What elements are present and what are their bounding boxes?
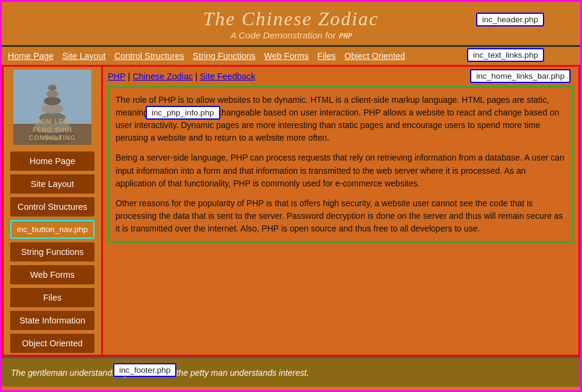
breadcrumb-site-feedback[interactable]: Site Feedback — [200, 72, 255, 81]
svg-point-5 — [42, 104, 63, 114]
breadcrumb-bar: PHP | Chinese Zodiac | Site Feedback inc… — [108, 72, 574, 81]
inc-home-links-bar-label: inc_home_links_bar.php — [470, 69, 571, 83]
sidebar-item-home-page[interactable]: Home Page — [10, 152, 94, 171]
main-layout: TOM LEE TOM LEEFENG SHUICONSULTING Home … — [2, 65, 580, 357]
header: The Chinese Zodiac A Code Demonstration … — [2, 2, 580, 47]
paragraph-3: Other reasons for the popularity of PHP … — [116, 197, 566, 235]
sidebar-item-site-layout[interactable]: Site Layout — [10, 174, 94, 194]
nav-string-functions[interactable]: String Functions — [193, 51, 255, 61]
sidebar-item-web-forms[interactable]: Web Forms — [10, 265, 94, 284]
sidebar-item-object-oriented[interactable]: Object Oriented — [10, 334, 94, 353]
nav-bar: Home Page Site Layout Control Structures… — [2, 47, 580, 65]
nav-home-page[interactable]: Home Page — [8, 51, 54, 61]
nav-object-oriented[interactable]: Object Oriented — [344, 51, 405, 61]
svg-point-7 — [46, 90, 58, 97]
svg-point-6 — [44, 97, 61, 105]
sidebar-item-state-information[interactable]: State Information — [10, 311, 94, 330]
nav-web-forms[interactable]: Web Forms — [264, 51, 309, 61]
breadcrumb-sep1: | — [128, 72, 131, 81]
breadcrumb-php[interactable]: PHP — [108, 72, 126, 81]
sidebar-item-control-structures[interactable]: Control Structures — [10, 197, 94, 216]
breadcrumb-sep2: | — [195, 72, 197, 81]
nav-site-layout[interactable]: Site Layout — [62, 51, 105, 61]
content-area: PHP | Chinese Zodiac | Site Feedback inc… — [103, 67, 578, 355]
inc-footer-label: inc_footer.php — [113, 363, 176, 377]
site-subtitle: A Code Demonstration for PHP — [2, 30, 580, 40]
paragraph-2: Being a server-side language, PHP can pr… — [116, 152, 566, 189]
sidebar-item-files[interactable]: Files — [10, 288, 94, 307]
sidebar-item-string-functions[interactable]: String Functions — [10, 242, 94, 262]
nav-control-structures[interactable]: Control Structures — [114, 51, 184, 61]
inc-header-label: inc_header.php — [476, 13, 544, 26]
sidebar-item-inc-button-nav[interactable]: inc_button_nav.php — [10, 220, 94, 239]
inc-text-links-label: inc_text_links.php — [467, 48, 544, 62]
svg-point-8 — [48, 85, 57, 91]
nav-files[interactable]: Files — [317, 51, 335, 61]
breadcrumb-chinese-zodiac[interactable]: Chinese Zodiac — [132, 72, 193, 81]
article-box: inc_php_info.php The role of PHP is to a… — [108, 86, 574, 243]
sidebar-image: TOM LEE TOM LEEFENG SHUICONSULTING — [13, 70, 91, 145]
php-logo-text: PHP — [338, 32, 351, 40]
inc-php-info-label: inc_php_info.php — [146, 106, 220, 120]
sidebar: TOM LEE TOM LEEFENG SHUICONSULTING Home … — [4, 67, 103, 355]
consultant-name: TOM LEEFENG SHUICONSULTING — [13, 118, 91, 142]
outer-container: index.php - which is the container for a… — [0, 0, 582, 392]
footer: The gentleman understands righteousness;… — [2, 357, 580, 387]
